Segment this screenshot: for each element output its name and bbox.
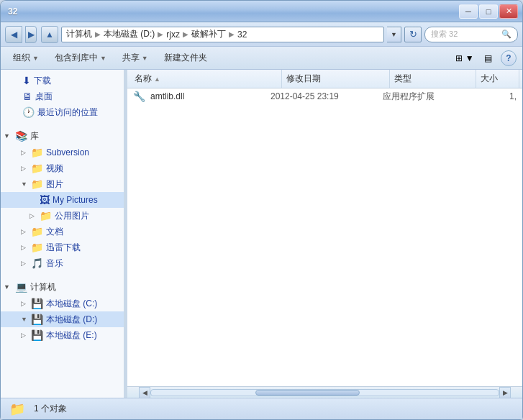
include-library-button[interactable]: 包含到库中 ▼ [48,50,113,67]
path-dropdown-button[interactable]: ▼ [387,27,401,42]
refresh-button[interactable]: ↻ [404,27,422,42]
file-type-amtlib: 应用程序扩展 [383,91,469,103]
search-box[interactable]: 搜索 32 🔍 [424,27,518,42]
nav-item-drive-d[interactable]: ▼ 💾 本地磁盘 (D:) [1,311,124,327]
sort-arrow-name: ▲ [154,76,160,83]
horizontal-scrollbar-thumb[interactable] [255,390,360,396]
recent-icon: 🕐 [22,106,35,118]
computer-expand-arrow: ▼ [4,283,12,291]
col-header-size[interactable]: 大小 [476,70,519,88]
status-text: 1 个对象 [34,403,67,415]
nav-label-subversion: Subversion [46,147,89,158]
organize-label: 组织 [13,52,30,64]
computer-label: 计算机 [30,281,56,293]
my-pictures-icon: 🖼 [40,194,50,206]
share-button[interactable]: 共享 ▼ [116,50,155,67]
status-icon: 📁 [9,401,25,417]
nav-label-recent: 最近访问的位置 [37,106,98,119]
new-folder-button[interactable]: 新建文件夹 [158,50,214,67]
new-folder-label: 新建文件夹 [164,52,207,64]
pictures-expand-arrow: ▼ [21,181,28,188]
path-part-4: 32 [237,29,247,40]
nav-item-public-pictures[interactable]: ▷ 📁 公用图片 [1,208,124,224]
horizontal-scrollbar-area: ◀ ▶ [127,386,522,398]
nav-item-drive-c[interactable]: ▷ 💾 本地磁盘 (C:) [1,296,124,311]
minimize-button[interactable]: ─ [459,4,478,19]
col-header-name[interactable]: 名称 ▲ [130,70,282,88]
horizontal-scrollbar-track[interactable] [150,389,499,396]
libraries-icon: 📚 [15,130,27,142]
music-icon: 🎵 [31,257,43,269]
organize-dropdown-arrow: ▼ [32,55,39,62]
forward-button[interactable]: ▶ [25,26,37,43]
path-part-1: 本地磁盘 (D:) [104,28,155,40]
col-header-date[interactable]: 修改日期 [282,70,390,88]
organize-button[interactable]: 组织 ▼ [6,50,45,67]
public-pictures-icon: 📁 [40,210,52,222]
h-scroll-right-button[interactable]: ▶ [499,387,511,398]
include-label: 包含到库中 [55,52,98,64]
col-header-type[interactable]: 类型 [390,70,476,88]
file-date-amtlib: 2012-04-25 23:19 [270,91,378,101]
nav-label-my-pictures: My Pictures [53,195,98,205]
nav-item-drive-e[interactable]: ▷ 💾 本地磁盘 (E:) [1,327,124,343]
address-path[interactable]: 计算机 ▶ 本地磁盘 (D:) ▶ rjxz ▶ 破解补丁 ▶ 32 [61,27,384,42]
include-dropdown-arrow: ▼ [100,55,106,62]
nav-item-desktop[interactable]: 🖥 桌面 [1,88,124,104]
table-row[interactable]: 🔧 amtlib.dll 2012-04-25 23:19 应用程序扩展 1, [127,88,522,104]
up-button[interactable]: ▲ [41,26,58,43]
path-part-2: rjxz [166,29,180,40]
nav-label-download: 下载 [34,75,51,87]
expand-arrow: ▷ [21,228,28,235]
nav-label-xunlei: 迅雷下载 [46,242,81,254]
nav-item-my-pictures[interactable]: 🖼 My Pictures [1,192,124,208]
content-area: ⬇ 下载 🖥 桌面 🕐 最近访问的位置 ▼ 📚 库 ▷ [1,70,522,398]
nav-item-music[interactable]: ▷ 🎵 音乐 [1,255,124,271]
address-bar: ◀ ▶ ▲ 计算机 ▶ 本地磁盘 (D:) ▶ rjxz ▶ 破解补丁 ▶ 32… [1,22,522,47]
preview-pane-button[interactable]: ▤ [478,50,498,67]
back-button[interactable]: ◀ [5,26,22,43]
view-options-button[interactable]: ⊞ ▼ [455,50,475,67]
nav-item-pictures[interactable]: ▼ 📁 图片 [1,176,124,192]
main-window: 32 ─ □ ✕ ◀ ▶ ▲ 计算机 ▶ 本地磁盘 (D:) ▶ rjxz ▶ … [0,0,523,420]
search-icon: 🔍 [501,29,511,39]
help-button[interactable]: ? [501,50,517,66]
drive-e-icon: 💾 [31,329,43,341]
nav-label-public-pictures: 公用图片 [55,210,89,222]
col-size-label: 大小 [481,73,498,85]
path-part-3: 破解补丁 [191,28,226,40]
documents-icon: 📁 [31,226,43,237]
libraries-label: 库 [30,130,39,142]
h-scroll-left-button[interactable]: ◀ [139,387,150,398]
computer-icon: 💻 [15,281,27,293]
download-icon: ⬇ [22,75,31,86]
nav-item-documents[interactable]: ▷ 📁 文档 [1,224,124,239]
window-controls: ─ □ ✕ [459,4,518,19]
close-button[interactable]: ✕ [499,4,518,19]
nav-item-subversion[interactable]: ▷ 📁 Subversion [1,145,124,160]
file-icon-amtlib: 🔧 [133,91,146,102]
expand-arrow: ▷ [21,260,28,267]
expand-arrow: ▷ [21,300,28,307]
nav-item-video[interactable]: ▷ 📁 视频 [1,160,124,176]
nav-label-documents: 文档 [46,226,63,238]
nav-label-video: 视频 [46,163,63,175]
path-separator-0: ▶ [95,30,101,38]
maximize-button[interactable]: □ [479,4,498,19]
expand-arrow: ▷ [29,212,37,219]
window-title: 32 [8,6,17,17]
nav-label-pictures: 图片 [46,178,63,191]
nav-item-download[interactable]: ⬇ 下载 [1,73,124,88]
nav-item-xunlei[interactable]: ▷ 📁 迅雷下载 [1,239,124,255]
col-type-label: 类型 [394,73,411,85]
pictures-icon: 📁 [31,178,43,190]
nav-item-recent[interactable]: 🕐 最近访问的位置 [1,104,124,120]
nav-label-drive-e: 本地磁盘 (E:) [46,329,97,342]
drive-c-icon: 💾 [31,298,43,309]
expand-arrow: ▷ [21,165,28,172]
nav-section-libraries[interactable]: ▼ 📚 库 [1,127,124,145]
nav-section-computer[interactable]: ▼ 💻 计算机 [1,278,124,296]
expand-arrow: ▼ [21,316,28,323]
column-headers: 名称 ▲ 修改日期 类型 大小 [127,70,522,88]
nav-label-drive-c: 本地磁盘 (C:) [46,298,97,310]
